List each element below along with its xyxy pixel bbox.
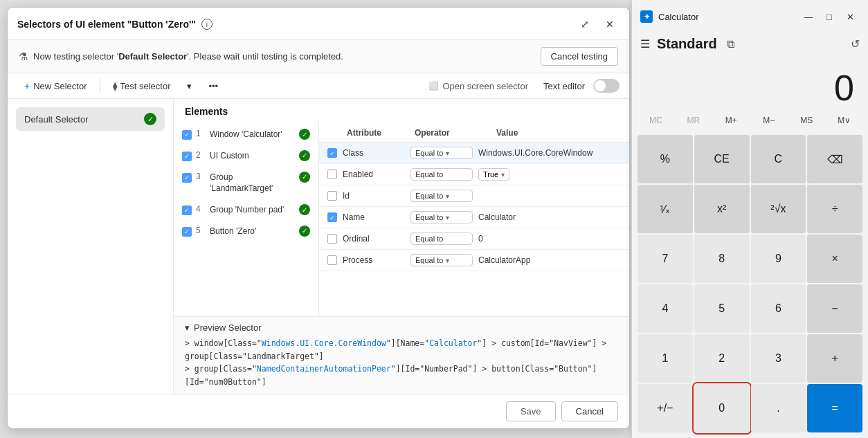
zero-button[interactable]: 0 [694, 384, 750, 432]
attr-operator-enabled[interactable]: Equal to [410, 168, 473, 181]
memory-recall-button[interactable]: MR [676, 111, 712, 129]
new-selector-button[interactable]: + New Selector [17, 77, 94, 94]
calc-history-icon[interactable]: ↺ [851, 37, 860, 51]
beaker-icon: ⚗ [19, 51, 28, 63]
calc-buttons: % CE C ⌫ ¹⁄ₓ x² ²√x ÷ 7 8 9 × 4 5 6 − 1 … [632, 132, 868, 438]
attr-checkbox-ordinal[interactable] [327, 234, 337, 244]
reciprocal-button[interactable]: ¹⁄ₓ [638, 185, 693, 233]
subtract-button[interactable]: − [807, 284, 862, 333]
attribute-row-name: Name Equal to ▾ Calculator [319, 207, 629, 228]
toggle-knob [595, 80, 606, 91]
text-editor-toggle[interactable] [593, 79, 620, 93]
preview-header-label: Preview Selector [194, 322, 262, 333]
close-button[interactable]: ✕ [600, 15, 620, 34]
memory-plus-button[interactable]: M+ [713, 111, 750, 129]
element-checkbox-2[interactable] [182, 152, 192, 161]
sqrt-button[interactable]: ²√x [751, 185, 806, 233]
right-panel: Elements 1 Window 'Calculator' ✓ 2 UI Cu… [174, 99, 629, 394]
plusminus-button[interactable]: +/− [638, 384, 693, 432]
test-selector-button[interactable]: ⧫ Test selector [106, 78, 178, 94]
attr-checkbox-name[interactable] [327, 212, 337, 222]
calc-minimize-button[interactable]: — [799, 7, 818, 26]
attr-value-header: Value [496, 128, 621, 138]
element-status-5: ✓ [299, 226, 310, 237]
three-button[interactable]: 3 [751, 334, 806, 383]
screen-icon: ⬜ [428, 81, 439, 91]
seven-button[interactable]: 7 [638, 235, 693, 283]
calc-close-button[interactable]: ✕ [840, 7, 860, 26]
attr-operator-name[interactable]: Equal to ▾ [410, 211, 473, 223]
attr-operator-ordinal[interactable]: Equal to [410, 232, 473, 245]
attr-operator-class[interactable]: Equal to ▾ [410, 147, 473, 159]
attr-value-enabled[interactable]: True ▾ [478, 168, 509, 181]
element-name-1: Window 'Calculator' [210, 129, 295, 140]
memory-clear-button[interactable]: MC [638, 111, 674, 129]
chevron-down-button[interactable]: ▾ [180, 78, 199, 94]
element-checkbox-3[interactable] [182, 173, 192, 183]
attr-name-ordinal: Ordinal [343, 234, 405, 244]
preview-section: ▾ Preview Selector > window[Class="Windo… [174, 316, 629, 394]
calc-maximize-button[interactable]: □ [820, 7, 839, 26]
default-selector-item[interactable]: Default Selector ✓ [16, 107, 165, 131]
element-name-3: Group 'LandmarkTarget' [210, 172, 295, 195]
more-options-button[interactable]: ••• [201, 78, 225, 94]
element-num-2: 2 [196, 150, 206, 160]
attr-checkbox-class[interactable] [327, 148, 337, 158]
square-button[interactable]: x² [694, 185, 750, 233]
eight-button[interactable]: 8 [694, 235, 750, 283]
attr-checkbox-enabled[interactable] [327, 170, 337, 179]
element-checkbox-5[interactable] [182, 227, 192, 237]
table-row[interactable]: 2 UI Custom ✓ [174, 145, 318, 167]
table-row[interactable]: 4 Group 'Number pad' ✓ [174, 199, 318, 221]
element-status-2: ✓ [299, 150, 310, 161]
code-prefix-2: > group[Class=" [185, 364, 257, 374]
clear-button[interactable]: C [751, 135, 806, 183]
alert-left: ⚗ Now testing selector 'Default Selector… [19, 51, 343, 63]
one-button[interactable]: 1 [638, 334, 693, 383]
chevron-down-icon: ▾ [446, 192, 449, 200]
memory-minus-button[interactable]: M− [751, 111, 788, 129]
table-row[interactable]: 3 Group 'LandmarkTarget' ✓ [174, 167, 318, 200]
element-checkbox-1[interactable] [182, 130, 192, 140]
code-class-1: Windows.UI.Core.CoreWindow [262, 338, 386, 348]
attributes-panel: Attribute Operator Value Class Equal to … [319, 121, 629, 316]
memory-dropdown-button[interactable]: M∨ [826, 111, 863, 129]
preview-header[interactable]: ▾ Preview Selector [185, 322, 618, 333]
restore-button[interactable]: ⤢ [575, 15, 595, 34]
cancel-testing-button[interactable]: Cancel testing [541, 47, 618, 66]
cancel-button[interactable]: Cancel [561, 401, 618, 421]
info-icon[interactable]: i [201, 19, 213, 30]
ce-button[interactable]: CE [694, 135, 750, 183]
nine-button[interactable]: 9 [751, 235, 806, 283]
table-row[interactable]: 5 Button 'Zero' ✓ [174, 221, 318, 242]
attribute-row-process: Process Equal to ▾ CalculatorApp [319, 250, 629, 271]
attr-checkbox-process[interactable] [327, 255, 337, 265]
elements-area: 1 Window 'Calculator' ✓ 2 UI Custom ✓ 3 … [174, 121, 629, 316]
add-button[interactable]: + [807, 334, 862, 383]
element-checkbox-4[interactable] [182, 206, 192, 215]
attribute-row-class: Class Equal to ▾ Windows.UI.Core.CoreWin… [319, 143, 629, 164]
backspace-button[interactable]: ⌫ [807, 135, 862, 183]
six-button[interactable]: 6 [751, 284, 806, 333]
element-num-5: 5 [196, 226, 206, 235]
hamburger-icon[interactable]: ☰ [640, 37, 650, 51]
memory-store-button[interactable]: MS [788, 111, 825, 129]
five-button[interactable]: 5 [694, 284, 750, 333]
code-mid-1: "][Name=" [386, 338, 429, 348]
dialog-controls: ⤢ ✕ [575, 15, 620, 34]
two-button[interactable]: 2 [694, 334, 750, 383]
alert-selector-name: Default Selector [118, 51, 187, 62]
attr-operator-process[interactable]: Equal to ▾ [410, 254, 473, 266]
four-button[interactable]: 4 [638, 284, 693, 333]
divide-button[interactable]: ÷ [807, 185, 862, 233]
plus-icon: + [24, 80, 30, 91]
percent-button[interactable]: % [638, 135, 693, 183]
table-row[interactable]: 1 Window 'Calculator' ✓ [174, 124, 318, 145]
attr-checkbox-id[interactable] [327, 191, 337, 201]
equals-button[interactable]: = [807, 384, 862, 432]
decimal-button[interactable]: . [751, 384, 806, 432]
multiply-button[interactable]: × [807, 235, 862, 283]
attr-operator-id[interactable]: Equal to ▾ [410, 190, 473, 202]
save-button[interactable]: Save [506, 401, 556, 421]
open-screen-selector-button[interactable]: ⬜ Open screen selector [422, 78, 535, 94]
